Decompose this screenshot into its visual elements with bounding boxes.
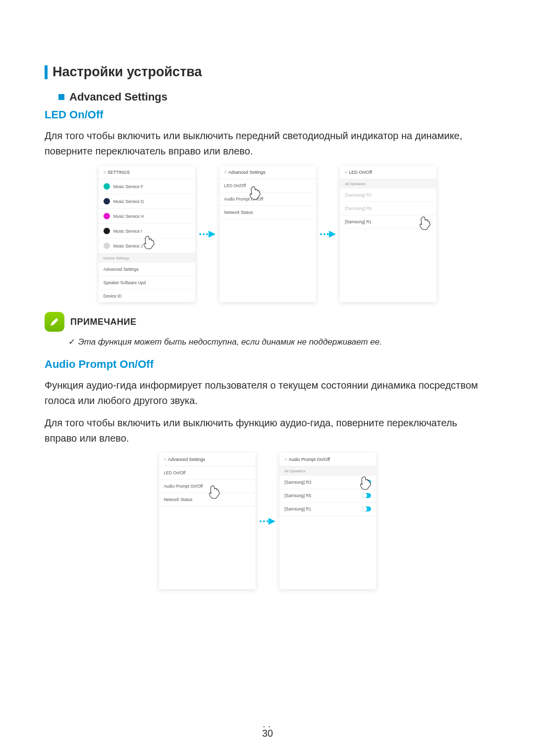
service-dot-icon xyxy=(104,183,110,190)
heading-1: Настройки устройства xyxy=(45,64,490,80)
list-item: Network Status xyxy=(219,206,316,219)
heading-square-icon xyxy=(58,94,64,100)
toggle-switch[interactable] xyxy=(362,506,371,511)
arrow-right-icon: ••• xyxy=(199,230,215,238)
list-item-label: [Samsung] R5 xyxy=(284,493,362,498)
screenshot-advanced: <Advanced Settings LED On/OffAudio Promp… xyxy=(219,166,316,302)
section-body-led: Для того чтобы включить или выключить пе… xyxy=(45,128,490,159)
chevron-left-icon: < xyxy=(164,457,166,462)
chevron-left-icon: < xyxy=(104,170,106,175)
hand-pointer-icon xyxy=(141,233,159,251)
screenshot-header-label: LED On/Off xyxy=(349,170,372,175)
list-item: [Samsung] R1 xyxy=(279,503,376,516)
list-item-label: [Samsung] R1 xyxy=(345,219,423,224)
arrow-right-icon: ••• xyxy=(260,517,276,525)
list-item-label: Device ID xyxy=(104,294,190,299)
service-dot-icon xyxy=(104,213,110,219)
screenshot-header-label: Audio Prompt On/Off xyxy=(289,457,330,462)
heading-2-text: Advanced Settings xyxy=(69,91,167,103)
section-body-audio-2: Для того чтобы включить или выключить фу… xyxy=(45,415,490,446)
service-dot-icon xyxy=(104,243,110,249)
list-item-label: LED On/Off xyxy=(224,183,311,188)
section-title-audio: Audio Prompt On/Off xyxy=(45,358,490,371)
list-item: Audio Prompt On/Off xyxy=(219,193,316,206)
screenshot-row-1: <SETTINGS Music Service FMusic Service G… xyxy=(45,166,490,302)
list-item-label: Speaker Software Upd xyxy=(104,280,190,285)
heading-bar-icon xyxy=(45,65,48,79)
list-item-label: [Samsung] R5 xyxy=(345,206,431,211)
note-body: ✓Эта функция может быть недоступна, если… xyxy=(45,337,490,347)
list-item-label: Music Service I xyxy=(113,229,190,234)
list-item: [Samsung] R5 xyxy=(340,202,436,215)
chevron-left-icon: < xyxy=(345,170,347,175)
page-number-value: 30 xyxy=(262,728,273,739)
list-item-label: Music Service H xyxy=(113,214,190,219)
list-item: LED On/Off xyxy=(219,179,316,193)
note-body-text: Эта функция может быть недоступна, если … xyxy=(78,337,382,347)
page-number: • • 30 xyxy=(0,724,535,739)
screenshot-led: <LED On/Off All Speakers [Samsung] R3[Sa… xyxy=(340,166,436,302)
note-block: ПРИМЕЧАНИЕ xyxy=(45,312,490,332)
note-title: ПРИМЕЧАНИЕ xyxy=(70,317,136,327)
chevron-left-icon: < xyxy=(224,170,227,175)
hand-pointer-icon xyxy=(207,483,224,501)
list-item-label: [Samsung] R3 xyxy=(345,193,431,198)
hand-pointer-icon xyxy=(358,474,375,492)
screenshot-settings: <SETTINGS Music Service FMusic Service G… xyxy=(99,166,195,302)
screenshot-audio: <Audio Prompt On/Off All Speakers [Samsu… xyxy=(279,453,376,589)
screenshot-header: <Audio Prompt On/Off xyxy=(279,453,376,466)
list-item-label: Music Service G xyxy=(113,199,190,204)
screenshot-header-label: SETTINGS xyxy=(107,170,130,175)
screenshot-header: <Advanced Settings xyxy=(159,453,256,466)
list-item: Music Service F xyxy=(99,179,195,194)
checkmark-icon: ✓ xyxy=(68,337,75,347)
list-item: Music Service H xyxy=(99,209,195,224)
screenshot-header: <LED On/Off xyxy=(340,166,436,179)
screenshot-header-label: Advanced Settings xyxy=(168,457,205,462)
arrow-right-icon: ••• xyxy=(320,230,336,238)
screenshot-header-label: Advanced Settings xyxy=(228,170,266,175)
list-item-label: Audio Prompt On/Off xyxy=(224,197,311,202)
service-dot-icon xyxy=(104,198,110,204)
list-item: Speaker Software Upd xyxy=(99,276,195,290)
list-item-label: LED On/Off xyxy=(164,470,251,475)
hand-pointer-icon xyxy=(417,214,435,232)
section-body-audio-1: Функция аудио-гида информирует пользоват… xyxy=(45,378,490,408)
service-dot-icon xyxy=(104,228,110,234)
chevron-left-icon: < xyxy=(284,457,287,462)
screenshot-advanced-2: <Advanced Settings LED On/OffAudio Promp… xyxy=(159,453,256,589)
section-header: All Speakers xyxy=(340,179,436,189)
hand-pointer-icon xyxy=(247,184,265,202)
screenshot-header: <Advanced Settings xyxy=(219,166,316,179)
section-header: Device Settings xyxy=(99,253,195,263)
note-icon xyxy=(45,312,64,332)
list-item-label: Network Status xyxy=(224,210,311,215)
list-item-label: Advanced Settings xyxy=(104,267,190,272)
list-item: [Samsung] R3 xyxy=(340,189,436,202)
toggle-switch[interactable] xyxy=(362,493,371,498)
screenshot-row-2: <Advanced Settings LED On/OffAudio Promp… xyxy=(45,453,490,589)
screenshot-header: <SETTINGS xyxy=(99,166,195,179)
list-item: Music Service G xyxy=(99,194,195,209)
list-item: Advanced Settings xyxy=(99,263,195,276)
list-item-label: Music Service F xyxy=(113,184,190,189)
list-item: Device ID xyxy=(99,290,195,302)
heading-2: Advanced Settings xyxy=(45,91,490,103)
section-title-led: LED On/Off xyxy=(45,108,490,121)
list-item-label: [Samsung] R3 xyxy=(284,480,362,485)
list-item: LED On/Off xyxy=(159,466,256,480)
heading-1-text: Настройки устройства xyxy=(53,64,202,80)
list-item-label: [Samsung] R1 xyxy=(284,506,362,511)
